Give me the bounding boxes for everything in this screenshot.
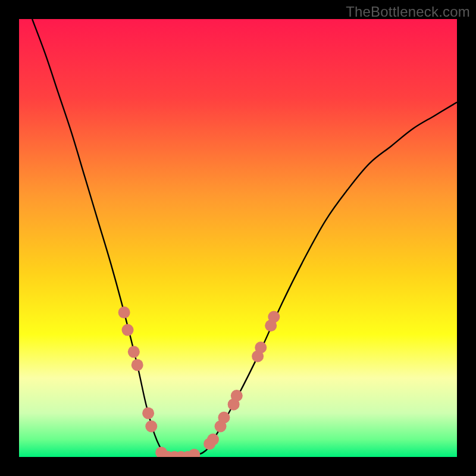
data-marker bbox=[131, 359, 143, 371]
chart-frame: TheBottleneck.com bbox=[0, 0, 476, 476]
data-marker bbox=[122, 324, 134, 336]
data-marker bbox=[218, 412, 230, 424]
data-marker bbox=[255, 342, 267, 353]
data-markers bbox=[118, 306, 280, 457]
watermark-label: TheBottleneck.com bbox=[346, 4, 470, 20]
chart-canvas bbox=[19, 19, 457, 457]
data-marker bbox=[188, 449, 200, 457]
data-marker bbox=[207, 434, 219, 446]
data-marker bbox=[142, 407, 154, 419]
data-marker bbox=[145, 420, 157, 432]
data-marker bbox=[268, 311, 280, 322]
plot-area bbox=[19, 19, 457, 457]
data-marker bbox=[128, 346, 140, 358]
data-marker bbox=[118, 306, 130, 318]
data-marker bbox=[231, 390, 243, 402]
bottleneck-curve bbox=[32, 19, 457, 457]
